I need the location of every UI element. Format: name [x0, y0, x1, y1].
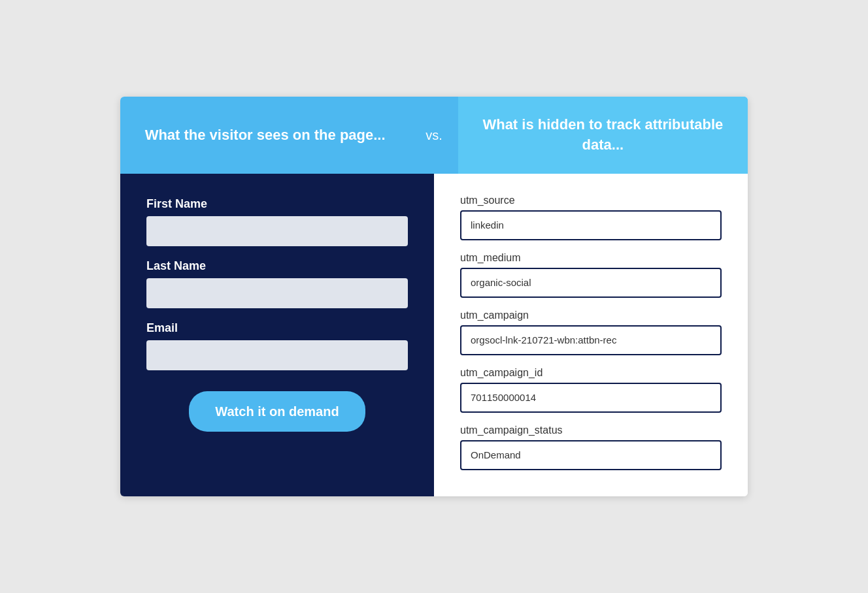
submit-button[interactable]: Watch it on demand	[189, 391, 365, 432]
header-left: What the visitor sees on the page...	[120, 97, 410, 174]
header-row: What the visitor sees on the page... vs.…	[120, 97, 748, 174]
hidden-field-label-1: utm_medium	[460, 252, 722, 264]
hidden-field-group-4: utm_campaign_status	[460, 425, 722, 470]
hidden-field-group-0: utm_source	[460, 195, 722, 240]
header-left-text: What the visitor sees on the page...	[145, 125, 386, 146]
visitor-form-panel: First Name Last Name Email Watch it on d…	[120, 174, 434, 496]
first-name-group: First Name	[146, 197, 408, 246]
hidden-field-input-3[interactable]	[460, 383, 722, 413]
header-right: What is hidden to track attributable dat…	[458, 97, 748, 174]
hidden-field-group-3: utm_campaign_id	[460, 367, 722, 413]
first-name-label: First Name	[146, 197, 408, 211]
last-name-label: Last Name	[146, 259, 408, 273]
hidden-field-label-4: utm_campaign_status	[460, 425, 722, 436]
vs-text: vs.	[426, 128, 442, 143]
email-input[interactable]	[146, 340, 408, 370]
first-name-input[interactable]	[146, 216, 408, 246]
hidden-field-input-2[interactable]	[460, 325, 722, 355]
hidden-field-label-2: utm_campaign	[460, 310, 722, 321]
hidden-fields-panel: utm_sourceutm_mediumutm_campaignutm_camp…	[434, 174, 748, 496]
hidden-field-label-3: utm_campaign_id	[460, 367, 722, 379]
hidden-field-group-1: utm_medium	[460, 252, 722, 298]
hidden-field-input-0[interactable]	[460, 210, 722, 240]
email-group: Email	[146, 321, 408, 370]
hidden-field-input-4[interactable]	[460, 440, 722, 470]
hidden-field-label-0: utm_source	[460, 195, 722, 206]
hidden-field-input-1[interactable]	[460, 268, 722, 298]
header-right-text: What is hidden to track attributable dat…	[479, 115, 727, 155]
email-label: Email	[146, 321, 408, 335]
header-vs: vs.	[410, 97, 458, 174]
main-card: What the visitor sees on the page... vs.…	[120, 97, 748, 496]
last-name-input[interactable]	[146, 278, 408, 308]
content-row: First Name Last Name Email Watch it on d…	[120, 174, 748, 496]
hidden-field-group-2: utm_campaign	[460, 310, 722, 355]
last-name-group: Last Name	[146, 259, 408, 308]
